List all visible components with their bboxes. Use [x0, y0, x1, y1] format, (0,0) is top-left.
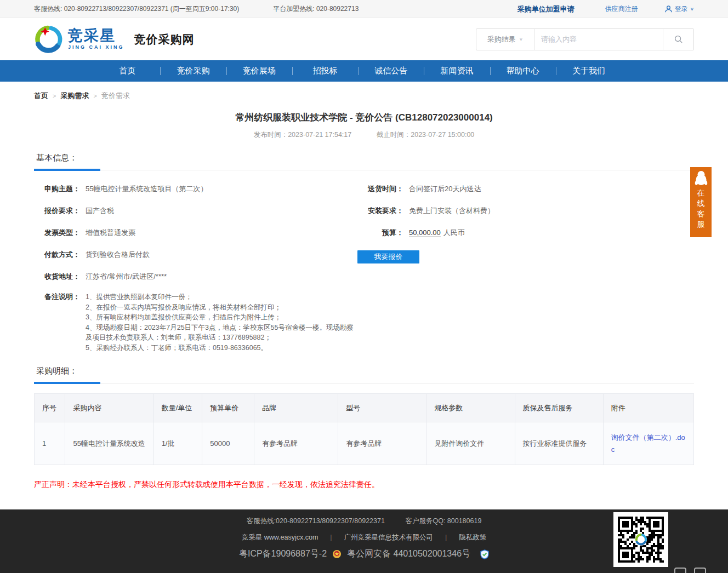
search-category-value: 采购结果 — [487, 35, 516, 44]
table-row: 1 55幢电控计量系统改造 1/批 50000 有参考品牌 有参考品牌 见附件询… — [35, 422, 694, 465]
cell-spec: 见附件询价文件 — [426, 422, 515, 465]
search-category-select[interactable]: 采购结果 ∨ — [476, 29, 534, 50]
footer-hotline: 客服热线:020-80922713/80922307/80922371 — [247, 517, 385, 525]
search-button[interactable] — [663, 29, 693, 50]
main-nav: 首页 竞价采购 竞价展场 招投标 诚信公告 新闻资讯 帮助中心 关于我们 — [0, 60, 728, 82]
field-value: 免费上门安装（含材料费） — [409, 206, 494, 216]
info-row-invoice-type: 发票类型： 增值税普通发票 — [34, 222, 357, 244]
footer-qq: 客户服务QQ: 800180619 — [405, 517, 481, 525]
col-attachment: 附件 — [603, 394, 693, 422]
deadline-time: 截止时间：2023-07-27 15:00:00 — [377, 131, 475, 139]
info-row-quote-req: 报价要求： 国产含税 — [34, 200, 357, 222]
footer-link-company[interactable]: 广州竞采星信息技术有限公司 — [344, 534, 434, 541]
footer-police-record[interactable]: 粤公网安备 44010502001346号 — [347, 548, 470, 560]
field-label: 备注说明： — [34, 292, 80, 302]
online-service-tab[interactable]: 在线客服 — [690, 167, 712, 237]
cell-seq: 1 — [35, 422, 65, 465]
info-row-install-req: 安装要求： 免费上门安装（含材料费） — [357, 200, 694, 222]
nav-item-news[interactable]: 新闻资讯 — [424, 60, 490, 82]
remark-line: 1、提供营业执照副本复印件一份； — [86, 292, 357, 302]
breadcrumb: 首页 > 采购需求 > 竞价需求 — [34, 91, 694, 101]
security-shield-icon — [480, 549, 489, 559]
platform-hotline: 平台加盟热线: 020-80922713 — [273, 4, 359, 14]
remark-line: 4、现场勘察日期：2023年7月25日下午3点，地点：学校东区55号宿舍楼一楼。… — [86, 323, 357, 343]
qr-code — [613, 512, 668, 567]
col-seq: 序号 — [35, 394, 65, 422]
field-value: 55幢电控计量系统改造项目（第二次） — [86, 184, 207, 194]
breadcrumb-separator: > — [53, 93, 56, 99]
online-service-label: 在线客服 — [697, 188, 706, 230]
remark-line: 3、所有响应材料均加盖报价供应商公章，扫描后作为附件上传； — [86, 312, 357, 323]
field-label: 发票类型： — [34, 228, 80, 238]
logo-text: 竞采星 — [68, 28, 124, 43]
col-model: 型号 — [338, 394, 426, 422]
quote-button[interactable]: 我要报价 — [357, 250, 419, 263]
remark-line: 2、在报价一览表内填写报价及响应情况，将相关材料全部打印； — [86, 302, 357, 313]
footer-separator: | — [330, 534, 332, 541]
page-title: 常州纺织服装职业技术学院 - 竞价公告 (CB128072023000014) — [34, 111, 694, 124]
search-input[interactable] — [534, 29, 663, 50]
footer-separator: | — [445, 534, 447, 541]
float-icon[interactable] — [674, 568, 686, 573]
logo-swirl-icon — [34, 25, 64, 54]
attachment-link[interactable]: 询价文件（第二次）.doc — [611, 433, 685, 454]
nav-item-bidding-hall[interactable]: 竞价展场 — [226, 60, 292, 82]
breadcrumb-purchase-demand[interactable]: 采购需求 — [60, 91, 89, 101]
footer-link-privacy[interactable]: 隐私政策 — [459, 534, 486, 541]
cell-model: 有参考品牌 — [338, 422, 426, 465]
footer-links-line: 竞采星 www.easyjcx.com|广州竞采星信息技术有限公司|隐私政策 — [34, 533, 694, 542]
breadcrumb-separator: > — [93, 93, 96, 99]
nav-item-integrity-notice[interactable]: 诚信公告 — [358, 60, 424, 82]
user-icon — [664, 5, 673, 13]
logo-subtext: JING CAI XING — [68, 45, 124, 50]
info-row-subject: 申购主题： 55幢电控计量系统改造项目（第二次） — [34, 178, 357, 200]
col-warranty: 质保及售后服务 — [515, 394, 603, 422]
nav-item-bidding-purchase[interactable]: 竞价采购 — [160, 60, 226, 82]
field-label: 预算： — [357, 228, 403, 238]
cell-warranty: 按行业标准提供服务 — [515, 422, 603, 465]
cell-content: 55幢电控计量系统改造 — [65, 422, 153, 465]
site-logo[interactable]: 竞采星 JING CAI XING — [34, 25, 124, 54]
footer-icp[interactable]: 粤ICP备19096887号-2 — [239, 548, 327, 560]
section-purchase-detail: 采购明细： — [34, 366, 694, 383]
cell-budget-price: 50000 — [202, 422, 254, 465]
login-label: 登录 — [675, 4, 688, 14]
qq-penguin-icon — [694, 170, 708, 186]
footer-link-site[interactable]: 竞采星 www.easyjcx.com — [242, 534, 318, 541]
footer-record-line: 粤ICP备19096887号-2 粤公网安备 44010502001346号 — [34, 548, 694, 560]
notice-dates: 发布时间：2023-07-21 17:54:17 截止时间：2023-07-27… — [34, 130, 694, 140]
field-label: 送货时间： — [357, 184, 403, 194]
breadcrumb-current: 竞价需求 — [101, 91, 130, 101]
service-hotline: 客服热线: 020-80922713/80922307/80922371 (周一… — [34, 4, 239, 14]
field-label: 收货地址： — [34, 272, 80, 282]
footer: 客服热线:020-80922713/80922307/80922371 客户服务… — [0, 509, 728, 573]
chevron-down-icon: ∨ — [519, 37, 523, 42]
nav-item-help-center[interactable]: 帮助中心 — [490, 60, 556, 82]
nav-item-about-us[interactable]: 关于我们 — [556, 60, 622, 82]
nav-item-tender[interactable]: 招投标 — [292, 60, 358, 82]
col-brand: 品牌 — [254, 394, 338, 422]
float-icon[interactable] — [694, 568, 706, 573]
nav-item-home[interactable]: 首页 — [94, 60, 160, 82]
search-box: 采购结果 ∨ — [476, 28, 694, 50]
supplier-register-link[interactable]: 供应商注册 — [605, 4, 638, 14]
field-label: 付款方式： — [34, 250, 80, 260]
info-row-delivery-time: 送货时间： 合同签订后20天内送达 — [357, 178, 694, 200]
field-value: 增值税普通发票 — [86, 228, 135, 238]
field-label: 安装要求： — [357, 206, 403, 216]
budget-amount: 50,000.00 — [409, 228, 441, 237]
field-label: 报价要求： — [34, 206, 80, 216]
info-row-payment: 付款方式： 货到验收合格后付款 — [34, 244, 357, 266]
purchaser-join-link[interactable]: 采购单位加盟申请 — [517, 4, 575, 14]
breadcrumb-home[interactable]: 首页 — [34, 91, 48, 101]
purchase-detail-table: 序号 采购内容 数量/单位 预算单价 品牌 型号 规格参数 质保及售后服务 附件… — [34, 393, 694, 465]
budget-currency: 人民币 — [443, 228, 465, 238]
info-row-budget: 预算： 50,000.00 人民币 — [357, 222, 694, 244]
float-toolbar-partial[interactable] — [674, 568, 706, 573]
cell-brand: 有参考品牌 — [254, 422, 338, 465]
chevron-down-icon: ∨ — [690, 7, 694, 12]
login-link[interactable]: 登录 ∨ — [664, 4, 694, 14]
basic-info-grid: 申购主题： 55幢电控计量系统改造项目（第二次） 报价要求： 国产含税 发票类型… — [34, 178, 694, 353]
table-header-row: 序号 采购内容 数量/单位 预算单价 品牌 型号 规格参数 质保及售后服务 附件 — [35, 394, 694, 422]
topbar: 客服热线: 020-80922713/80922307/80922371 (周一… — [0, 0, 728, 18]
